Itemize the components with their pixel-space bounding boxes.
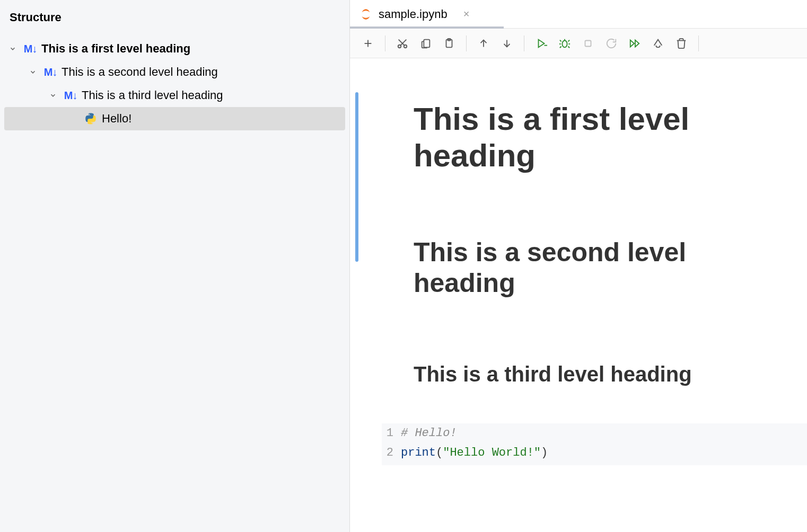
interrupt-button[interactable] — [577, 33, 599, 54]
chevron-down-icon[interactable] — [47, 89, 59, 102]
toolbar-separator — [466, 36, 467, 51]
run-all-button[interactable] — [624, 33, 645, 54]
code-token-comment: # Hello! — [401, 427, 457, 440]
code-cell[interactable]: 1 # Hello! 2 print("Hello World!") — [382, 423, 807, 465]
code-token-paren: ( — [436, 446, 443, 459]
code-line[interactable]: 2 print("Hello World!") — [382, 443, 807, 463]
close-icon[interactable]: × — [463, 8, 470, 20]
tree-label: This is a first level heading — [41, 42, 190, 56]
cell-selection-gutter[interactable] — [355, 92, 358, 262]
svg-rect-6 — [424, 39, 429, 47]
tree-item-code-hello[interactable]: Hello! — [4, 107, 345, 130]
tab-sample-ipynb[interactable]: sample.ipynb × — [350, 0, 479, 28]
run-cell-button[interactable] — [531, 33, 552, 54]
move-down-button[interactable] — [496, 33, 517, 54]
svg-rect-21 — [585, 40, 591, 46]
jupyter-icon — [359, 8, 372, 21]
structure-tree: M↓ This is a first level heading M↓ This… — [0, 37, 349, 130]
markdown-icon: M↓ — [21, 42, 39, 55]
svg-marker-11 — [539, 39, 545, 47]
tree-item-h2[interactable]: M↓ This is a second level heading — [4, 60, 345, 84]
tree-item-h1[interactable]: M↓ This is a first level heading — [4, 37, 345, 60]
svg-line-16 — [568, 40, 569, 41]
line-number: 2 — [382, 443, 401, 463]
line-number: 1 — [382, 423, 401, 443]
toolbar-separator — [698, 36, 699, 51]
svg-line-15 — [560, 40, 562, 41]
code-token-string: "Hello World!" — [443, 446, 541, 459]
tab-bar: sample.ipynb × — [350, 0, 807, 29]
structure-title: Structure — [0, 0, 349, 37]
code-token-call: print — [401, 446, 436, 459]
svg-line-19 — [560, 46, 562, 48]
notebook-body[interactable]: This is a first level heading This is a … — [350, 58, 807, 532]
chevron-down-icon[interactable] — [27, 66, 39, 78]
add-cell-button[interactable] — [357, 33, 379, 54]
svg-marker-23 — [635, 40, 639, 47]
tree-label: This is a second level heading — [62, 65, 218, 79]
markdown-h2[interactable]: This is a second level heading — [414, 237, 785, 298]
tab-filename: sample.ipynb — [379, 7, 448, 21]
tree-item-h3[interactable]: M↓ This is a third level heading — [4, 84, 345, 107]
code-line[interactable]: 1 # Hello! — [382, 423, 807, 443]
delete-cell-button[interactable] — [671, 33, 692, 54]
structure-panel: Structure M↓ This is a first level headi… — [0, 0, 350, 532]
markdown-icon: M↓ — [62, 89, 80, 102]
copy-button[interactable] — [415, 33, 436, 54]
markdown-h1[interactable]: This is a first level heading — [414, 101, 785, 174]
toolbar-separator — [385, 36, 385, 51]
notebook-toolbar — [350, 29, 807, 58]
tree-label: Hello! — [102, 112, 131, 126]
code-token-paren: ) — [541, 446, 548, 459]
restart-kernel-button[interactable] — [601, 33, 622, 54]
clear-outputs-button[interactable] — [647, 33, 669, 54]
markdown-icon: M↓ — [41, 66, 59, 78]
code-editor[interactable]: 1 # Hello! 2 print("Hello World!") — [382, 423, 807, 465]
debug-cell-button[interactable] — [554, 33, 575, 54]
svg-line-20 — [568, 46, 569, 48]
tree-label: This is a third level heading — [82, 88, 223, 102]
markdown-h3[interactable]: This is a third level heading — [414, 362, 785, 386]
python-icon — [82, 112, 100, 125]
chevron-down-icon[interactable] — [6, 42, 19, 55]
cut-button[interactable] — [392, 33, 413, 54]
tab-active-indicator — [350, 26, 504, 29]
move-up-button[interactable] — [473, 33, 494, 54]
paste-button[interactable] — [438, 33, 460, 54]
toolbar-separator — [524, 36, 524, 51]
svg-marker-22 — [630, 40, 634, 47]
svg-point-13 — [562, 40, 567, 47]
editor-panel: sample.ipynb × — [350, 0, 807, 532]
